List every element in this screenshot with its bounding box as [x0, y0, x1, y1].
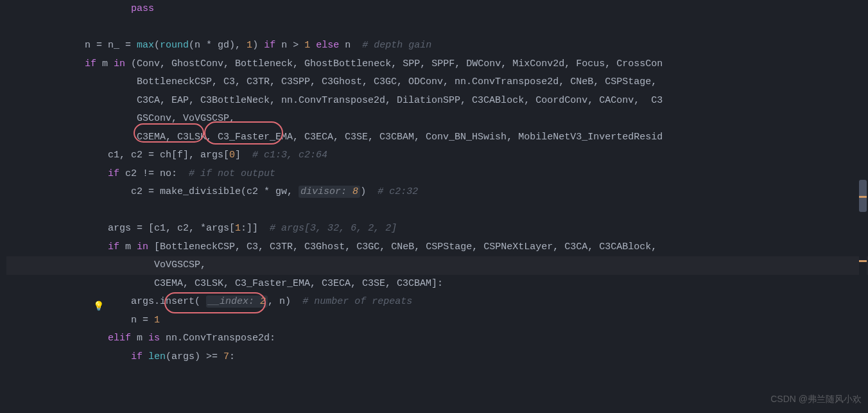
code-line[interactable]: C3EMA, C3LSK, C3_Faster_EMA, C3ECA, C3SE…	[6, 275, 868, 294]
watermark-text: CSDN @弗兰随风小欢	[770, 391, 862, 408]
code-line[interactable]: pass	[6, 0, 868, 19]
code-line[interactable]: args.insert( __index: 2, n) # number of …	[6, 293, 868, 312]
lightbulb-icon[interactable]: 💡	[93, 298, 104, 315]
code-line-cursor[interactable]: VoVGSCSP,	[6, 256, 868, 275]
code-line[interactable]: n = n_ = max(round(n * gd), 1) if n > 1 …	[6, 37, 868, 55]
minimap-mark	[859, 196, 867, 198]
code-line[interactable]: BottleneckCSP, C3, C3TR, C3SPP, C3Ghost,…	[6, 73, 868, 92]
code-line[interactable]	[6, 202, 868, 220]
code-line[interactable]: args = [c1, c2, *args[1:]] # args[3, 32,…	[6, 220, 868, 238]
code-line[interactable]: if len(args) >= 7:	[6, 348, 868, 367]
code-line[interactable]: if m in [BottleneckCSP, C3, C3TR, C3Ghos…	[6, 238, 868, 257]
code-line[interactable]: GSConv, VoVGSCSP,	[6, 110, 868, 128]
keyword-pass: pass	[131, 3, 154, 14]
code-line[interactable]: c1, c2 = ch[f], args[0] # c1:3, c2:64	[6, 146, 868, 165]
code-line[interactable]: if c2 != no: # if not output	[6, 165, 868, 184]
code-line[interactable]: if m in (Conv, GhostConv, Bottleneck, Gh…	[6, 55, 868, 74]
code-line[interactable]	[6, 19, 868, 37]
minimap-mark	[859, 260, 867, 262]
code-line[interactable]: c2 = make_divisible(c2 * gw, divisor: 8)…	[6, 183, 868, 202]
code-line[interactable]: elif m is nn.ConvTranspose2d:	[6, 330, 868, 348]
code-editor[interactable]: pass n = n_ = max(round(n * gd), 1) if n…	[0, 0, 868, 366]
code-line[interactable]: C3EMA, C3LSK, C3_Faster_EMA, C3ECA, C3SE…	[6, 128, 868, 147]
code-line[interactable]: C3CA, EAP, C3BottleNeck, nn.ConvTranspos…	[6, 92, 868, 110]
param-hint: __index: 2	[206, 295, 268, 308]
code-line[interactable]: n = 1	[6, 312, 868, 330]
param-hint: divisor: 8	[299, 186, 360, 198]
